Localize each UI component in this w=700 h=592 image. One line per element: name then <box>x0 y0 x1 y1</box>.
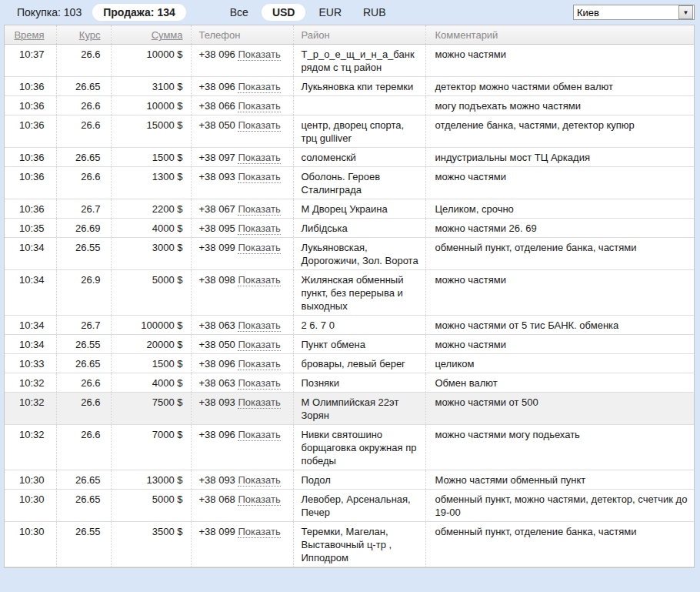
rate-cell: 26.7 <box>56 199 111 219</box>
show-phone-link[interactable]: Показать <box>238 493 280 506</box>
district-cell: центр, дворец спорта, трц gulliver <box>293 115 425 148</box>
comment-cell: могу подъехать можно частями <box>425 96 694 115</box>
time-cell: 10:36 <box>5 96 56 115</box>
time-cell: 10:35 <box>5 219 56 238</box>
amount-cell: 5000 $ <box>111 490 191 522</box>
district-cell: 2 6. 7 0 <box>293 316 425 335</box>
rate-cell: 26.6 <box>56 425 111 470</box>
table-row: 10:3226.67500 $+38 093 ПоказатьМ Олимпий… <box>5 393 694 425</box>
tab-currency-all[interactable]: Все <box>222 4 257 21</box>
tab-currency-rub[interactable]: RUB <box>355 4 395 21</box>
district-cell: соломенскй <box>293 148 425 167</box>
time-cell: 10:32 <box>5 425 56 470</box>
show-phone-link[interactable]: Показать <box>238 377 280 390</box>
time-cell: 10:34 <box>5 270 56 316</box>
district-cell: Пункт обмена <box>293 335 425 354</box>
show-phone-link[interactable]: Показать <box>238 396 280 409</box>
phone-cell: +38 096 Показать <box>191 354 293 373</box>
comment-cell: Целиком, срочно <box>425 199 694 219</box>
tab-currency-usd[interactable]: USD <box>262 4 306 21</box>
show-phone-link[interactable]: Показать <box>238 48 280 61</box>
city-select[interactable]: Киев ▼ <box>573 5 695 20</box>
rate-cell: 26.7 <box>56 316 111 335</box>
phone-cell: +38 050 Показать <box>191 335 293 354</box>
comment-cell: целиком <box>425 354 694 373</box>
table-row: 10:3626.72200 $+38 067 ПоказатьМ Дворец … <box>5 199 694 219</box>
phone-cell: +38 063 Показать <box>191 316 293 335</box>
time-cell: 10:33 <box>5 354 56 373</box>
tab-buy-count: 103 <box>64 6 82 18</box>
table-row: 10:3626.610000 $+38 066 Показатьмогу под… <box>5 96 694 115</box>
table-row: 10:3026.553500 $+38 099 ПоказатьТеремки,… <box>5 522 694 567</box>
sort-amount-link[interactable]: Сумма <box>152 29 183 41</box>
comment-cell: обменный пункт, отделение банка, частями <box>425 522 694 567</box>
rate-cell: 26.6 <box>56 96 111 115</box>
phone-prefix: +38 063 <box>199 377 238 389</box>
phone-prefix: +38 050 <box>199 119 238 131</box>
chevron-down-icon[interactable]: ▼ <box>678 5 693 19</box>
amount-cell: 10000 $ <box>111 45 191 77</box>
district-cell: Жилянская обменный пункт, без перерыва и… <box>293 270 425 316</box>
district-cell: Т_р_о_е_щ_и_н_а_банк рядом с тц район <box>293 45 425 77</box>
district-cell: Теремки, Магелан, Выставочный ц-тр , Ипп… <box>293 522 425 567</box>
show-phone-link[interactable]: Показать <box>238 526 280 538</box>
show-phone-link[interactable]: Показать <box>238 81 280 93</box>
phone-cell: +38 096 Показать <box>191 425 293 470</box>
show-phone-link[interactable]: Показать <box>238 358 280 370</box>
comment-cell: обменный пункт, отделение банка, частями <box>425 238 694 270</box>
sort-rate-link[interactable]: Курс <box>79 29 101 41</box>
time-cell: 10:30 <box>5 470 56 490</box>
tab-sell[interactable]: Продажа:134 <box>92 4 186 21</box>
phone-cell: +38 068 Показать <box>191 490 293 522</box>
sort-time-link[interactable]: Время <box>14 29 44 41</box>
time-cell: 10:30 <box>5 522 56 567</box>
column-header-amount: Сумма <box>111 25 191 45</box>
show-phone-link[interactable]: Показать <box>238 119 280 132</box>
amount-cell: 2200 $ <box>111 199 191 219</box>
amount-cell: 3000 $ <box>111 238 191 270</box>
district-cell: Левобер, Арсенальная, Печер <box>293 490 425 522</box>
show-phone-link[interactable]: Показать <box>238 171 280 183</box>
tab-sell-count: 134 <box>157 6 175 18</box>
comment-cell: можно частями 26. 69 <box>425 219 694 238</box>
phone-cell: +38 093 Показать <box>191 167 293 199</box>
tab-buy-label: Покупка: <box>17 6 61 18</box>
district-cell: Нивки святошино борщаговка окружная пр п… <box>293 425 425 470</box>
column-header-district: Район <box>293 25 425 45</box>
topbar: Покупка:103 Продажа:134 Все USD EUR RUB … <box>0 0 700 25</box>
comment-cell: можно частями могу подьехать <box>425 425 694 470</box>
table-row: 10:3626.615000 $+38 050 Показатьцентр, д… <box>5 115 694 148</box>
table-row: 10:3426.7100000 $+38 063 Показать2 6. 7 … <box>5 316 694 335</box>
tab-currency-eur[interactable]: EUR <box>310 4 350 21</box>
show-phone-link[interactable]: Показать <box>238 203 280 216</box>
show-phone-link[interactable]: Показать <box>238 274 280 286</box>
phone-prefix: +38 050 <box>199 339 238 350</box>
rate-cell: 26.6 <box>56 393 111 425</box>
rate-cell: 26.55 <box>56 522 111 567</box>
phone-prefix: +38 063 <box>199 319 238 331</box>
rate-cell: 26.55 <box>56 335 111 354</box>
time-cell: 10:30 <box>5 490 56 522</box>
show-phone-link[interactable]: Показать <box>238 152 280 164</box>
show-phone-link[interactable]: Показать <box>238 339 280 351</box>
amount-cell: 7500 $ <box>111 393 191 425</box>
show-phone-link[interactable]: Показать <box>238 222 280 235</box>
amount-cell: 1500 $ <box>111 354 191 373</box>
column-header-time: Время <box>5 25 56 45</box>
comment-cell: можно частями <box>425 335 694 354</box>
show-phone-link[interactable]: Показать <box>238 100 280 112</box>
table-header: Время Курс Сумма Телефон Район Комментар… <box>5 25 694 45</box>
tab-buy[interactable]: Покупка:103 <box>8 4 91 21</box>
amount-cell: 15000 $ <box>111 115 191 148</box>
comment-cell: обменный пункт, можно частями, детектор,… <box>425 490 694 522</box>
table-row: 10:3326.651500 $+38 096 Показатьбровары,… <box>5 354 694 373</box>
amount-cell: 4000 $ <box>111 219 191 238</box>
show-phone-link[interactable]: Показать <box>238 319 280 332</box>
phone-prefix: +38 096 <box>199 429 238 440</box>
show-phone-link[interactable]: Показать <box>238 242 280 254</box>
amount-cell: 7000 $ <box>111 425 191 470</box>
show-phone-link[interactable]: Показать <box>238 429 280 441</box>
district-cell: Лукьяновская, Дорогожичи, Зол. Ворота <box>293 238 425 270</box>
phone-prefix: +38 066 <box>199 100 238 112</box>
show-phone-link[interactable]: Показать <box>238 474 280 487</box>
